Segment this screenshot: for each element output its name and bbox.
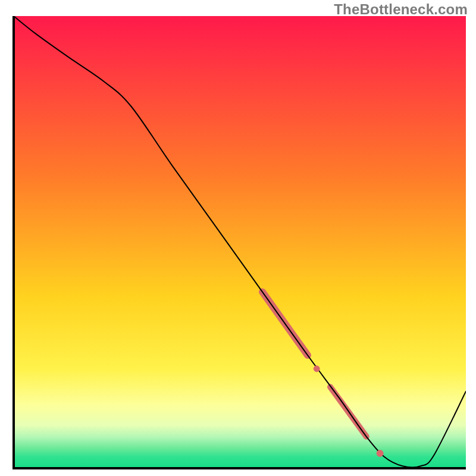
chart-container: TheBottleneck.com (0, 0, 476, 476)
data-marker (377, 450, 383, 456)
watermark-label: TheBottleneck.com (334, 1, 468, 18)
data-marker (314, 366, 320, 372)
plot-svg (0, 0, 476, 476)
gradient-background (14, 16, 466, 468)
